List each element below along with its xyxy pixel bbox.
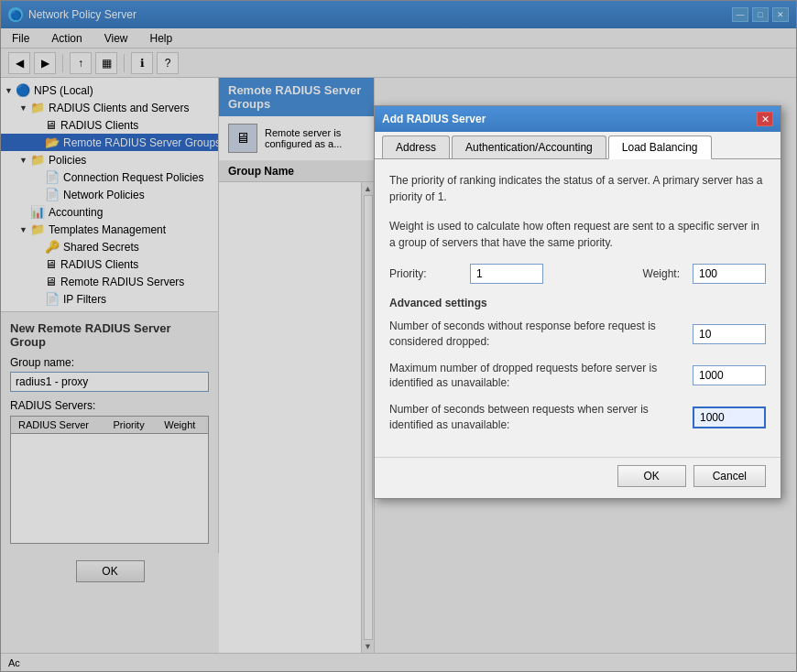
priority-input[interactable] — [470, 264, 543, 284]
tab-bar: Address Authentication/Accounting Load B… — [375, 132, 781, 159]
unavailable-interval-input[interactable] — [693, 406, 766, 428]
dialog-body: The priority of ranking indicates the st… — [375, 159, 781, 457]
tab-address[interactable]: Address — [382, 135, 450, 158]
tab-auth-accounting[interactable]: Authentication/Accounting — [452, 135, 606, 158]
dialog-description-1: The priority of ranking indicates the st… — [389, 172, 766, 205]
dropped-timeout-row: Number of seconds without response befor… — [389, 319, 766, 350]
dialog-close-button[interactable]: ✕ — [757, 112, 773, 126]
weight-label: Weight: — [643, 267, 680, 280]
advanced-settings-label: Advanced settings — [389, 297, 766, 309]
dropped-timeout-desc: Number of seconds without response befor… — [389, 319, 685, 350]
dialog-ok-button[interactable]: OK — [617, 465, 686, 487]
priority-weight-row: Priority: Weight: — [389, 264, 766, 284]
dropped-timeout-input[interactable] — [693, 324, 766, 344]
tab-load-balancing[interactable]: Load Balancing — [608, 135, 712, 159]
unavailable-interval-row: Number of seconds between requests when … — [389, 402, 766, 433]
max-dropped-desc: Maximum number of dropped requests befor… — [389, 361, 685, 392]
dialog-cancel-button[interactable]: Cancel — [693, 465, 766, 487]
add-radius-server-dialog: Add RADIUS Server ✕ Address Authenticati… — [374, 105, 781, 499]
priority-label: Priority: — [389, 267, 463, 280]
dialog-footer: OK Cancel — [375, 457, 781, 498]
weight-input[interactable] — [693, 264, 766, 284]
dialog-title: Add RADIUS Server — [382, 113, 486, 125]
max-dropped-input[interactable] — [693, 365, 766, 385]
max-dropped-row: Maximum number of dropped requests befor… — [389, 361, 766, 392]
dialog-title-bar: Add RADIUS Server ✕ — [375, 106, 781, 132]
dialog-description-2: Weight is used to calculate how often re… — [389, 218, 766, 251]
unavailable-interval-desc: Number of seconds between requests when … — [389, 402, 685, 433]
